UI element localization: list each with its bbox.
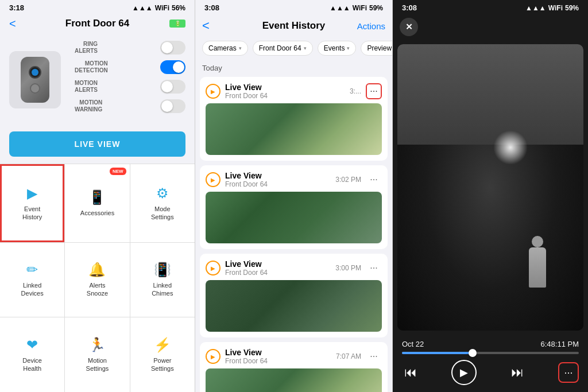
wifi-icon-p3: WiFi: [548, 4, 563, 12]
event-thumbnail-2[interactable]: [206, 192, 382, 243]
more-button-2[interactable]: ···: [366, 172, 382, 188]
play-button-4[interactable]: ▶: [206, 349, 220, 364]
ceiling-element: [397, 44, 583, 145]
status-icons-panel3: ▲▲▲ WiFi 59%: [525, 4, 579, 12]
toggles-section: RINGALERTS MOTIONDETECTION MOTIONALERTS …: [70, 41, 185, 119]
header-panel3: ✕: [393, 14, 588, 40]
status-bar-panel1: 3:18 ▲▲▲ WiFi 56%: [0, 0, 195, 14]
doorbell-body: [21, 57, 49, 103]
toggle-motion-alerts-switch[interactable]: [160, 80, 185, 94]
time-panel3: 3:08: [402, 3, 417, 12]
filter-preview[interactable]: Preview ▾: [361, 41, 392, 56]
grid-item-event-history[interactable]: ▶ EventHistory: [0, 164, 64, 242]
toggle-motion-detection: MOTIONDETECTION: [75, 60, 185, 74]
more-options-button[interactable]: ···: [558, 362, 579, 383]
toggle-motion-warning-switch[interactable]: [160, 99, 185, 113]
device-section: RINGALERTS MOTIONDETECTION MOTIONALERTS …: [0, 35, 195, 125]
playback-date-row: Oct 22 6:48:11 PM: [402, 340, 579, 348]
toggle-thumb-alerts: [161, 81, 173, 92]
status-bar-panel3: 3:08 ▲▲▲ WiFi 59%: [393, 0, 588, 14]
filter-cameras-label: Cameras: [208, 44, 237, 52]
toggle-motion-detection-switch[interactable]: [160, 60, 185, 74]
more-button-3[interactable]: ···: [366, 260, 382, 276]
event-name-4: Live View: [225, 348, 268, 357]
panel-video-player: 3:08 ▲▲▲ WiFi 59% ✕ Oct 22 6:48:11 PM ⏮: [393, 0, 588, 392]
event-time-2: 3:02 PM: [335, 176, 361, 184]
accessories-icon: 📱: [88, 189, 106, 205]
toggle-thumb-on: [173, 61, 184, 73]
more-button-1[interactable]: ···: [366, 83, 382, 99]
filter-cameras[interactable]: Cameras ▾: [202, 41, 248, 56]
event-left-3: ▶ Live View Front Door 64: [206, 259, 268, 277]
event-item-4: ▶ Live View Front Door 64 7:07 AM ···: [200, 342, 388, 392]
event-time-1: 3:...: [350, 87, 361, 95]
time-panel1: 3:18: [9, 3, 24, 12]
thumbnail-scene-1: [206, 103, 382, 155]
device-health-icon: ❤: [26, 337, 38, 353]
toggle-motion-alerts: MOTIONALERTS: [75, 80, 185, 94]
playback-controls: ⏮ ▶ ⏭ ···: [402, 360, 579, 385]
status-icons-panel1: ▲▲▲ WiFi 56%: [132, 4, 185, 12]
toggle-thumb: [161, 42, 173, 53]
device-battery-icon: 🔋: [169, 20, 185, 28]
event-thumbnail-4[interactable]: [206, 368, 382, 392]
event-time-4: 7:07 AM: [336, 352, 361, 360]
grid-item-mode-settings[interactable]: ⚙ ModeSettings: [130, 164, 195, 242]
grid-item-linked-chimes[interactable]: 📳 LinkedChimes: [130, 243, 195, 317]
grid-item-linked-devices[interactable]: ✏ LinkedDevices: [0, 243, 64, 317]
grid-item-device-health[interactable]: ❤ DeviceHealth: [0, 317, 64, 392]
event-item-3: ▶ Live View Front Door 64 3:00 PM ···: [200, 254, 388, 337]
device-grid: ▶ EventHistory NEW 📱 Accessories ⚙ ModeS…: [0, 164, 195, 392]
grid-item-power-settings[interactable]: ⚡ PowerSettings: [130, 317, 195, 392]
toggle-ring-alerts: RINGALERTS: [75, 41, 185, 55]
event-name-1: Live View: [225, 83, 268, 92]
next-button[interactable]: ⏭: [509, 363, 526, 382]
play-button-1[interactable]: ▶: [206, 84, 220, 99]
time-panel2: 3:08: [204, 3, 219, 12]
chevron-down-icon-2: ▾: [304, 45, 307, 51]
signal-icon-p2: ▲▲▲: [330, 4, 350, 12]
play-button-3[interactable]: ▶: [206, 261, 220, 275]
prev-button[interactable]: ⏮: [402, 363, 419, 382]
filter-door[interactable]: Front Door 64 ▾: [253, 41, 313, 56]
filter-bar: Cameras ▾ Front Door 64 ▾ Events ▾ Previ…: [195, 36, 392, 60]
progress-fill: [402, 352, 473, 354]
event-header-1: ▶ Live View Front Door 64 3:... ···: [206, 83, 382, 100]
event-info-4: Live View Front Door 64: [225, 348, 268, 365]
toggle-motion-warning: MOTIONWARNING: [75, 99, 185, 113]
playback-date: Oct 22: [402, 340, 424, 348]
play-button-2[interactable]: ▶: [206, 172, 220, 187]
event-time-3: 3:00 PM: [335, 264, 361, 272]
close-button[interactable]: ✕: [400, 18, 418, 36]
event-device-1: Front Door 64: [225, 92, 268, 100]
play-pause-button[interactable]: ▶: [451, 360, 477, 385]
event-thumbnail-1[interactable]: [206, 103, 382, 155]
back-button-panel2[interactable]: <: [202, 18, 210, 33]
event-header-4: ▶ Live View Front Door 64 7:07 AM ···: [206, 348, 382, 365]
back-button-panel1[interactable]: <: [9, 17, 16, 30]
filter-preview-label: Preview: [367, 44, 392, 52]
status-icons-panel2: ▲▲▲ WiFi 59%: [330, 4, 383, 12]
filter-events[interactable]: Events ▾: [318, 41, 357, 56]
event-thumbnail-3[interactable]: [206, 280, 382, 332]
wifi-icon-p2: WiFi: [353, 4, 367, 12]
grid-item-alerts-snooze[interactable]: 🔔 AlertsSnooze: [65, 243, 129, 317]
actions-button[interactable]: Actions: [357, 21, 385, 31]
new-badge: NEW: [110, 168, 126, 175]
live-view-button[interactable]: LIVE VIEW: [9, 131, 185, 157]
close-icon: ✕: [405, 22, 413, 32]
event-info-3: Live View Front Door 64: [225, 259, 268, 277]
grid-item-motion-settings[interactable]: 🏃 MotionSettings: [65, 317, 129, 392]
event-history-label: EventHistory: [22, 205, 42, 222]
linked-devices-icon: ✏: [26, 262, 38, 278]
event-device-3: Front Door 64: [225, 269, 268, 277]
grid-item-accessories[interactable]: NEW 📱 Accessories: [65, 164, 129, 242]
toggle-ring-alerts-switch[interactable]: [160, 41, 185, 55]
event-left-4: ▶ Live View Front Door 64: [206, 348, 268, 365]
thumbnail-scene-3: [206, 280, 382, 332]
more-icon: ···: [564, 367, 572, 379]
progress-bar[interactable]: [402, 352, 579, 354]
motion-settings-label: MotionSettings: [86, 356, 109, 373]
toggle-thumb-warning: [161, 100, 173, 112]
more-button-4[interactable]: ···: [366, 348, 382, 364]
